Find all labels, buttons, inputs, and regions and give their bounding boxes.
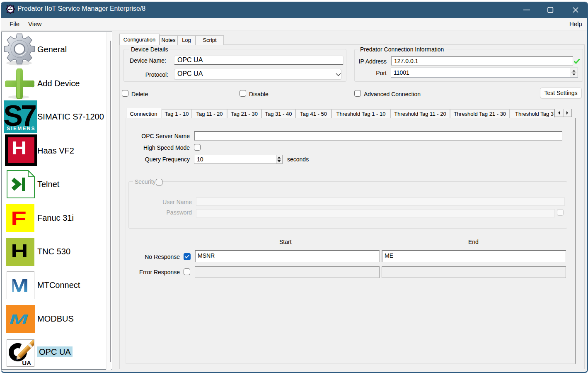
svg-text:H: H <box>11 241 28 261</box>
svg-text:H: H <box>12 137 27 158</box>
svg-text:M: M <box>9 312 28 327</box>
svg-text:F: F <box>11 208 27 229</box>
svg-text:M: M <box>12 277 29 293</box>
svg-text:UA: UA <box>22 359 31 366</box>
